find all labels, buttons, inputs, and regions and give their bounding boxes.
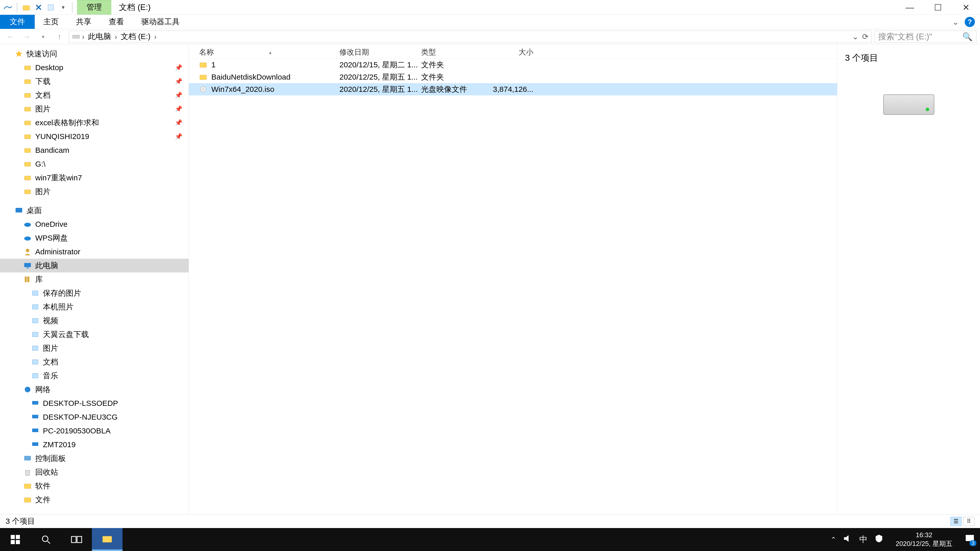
sidebar-recycle-bin[interactable]: 回收站: [0, 465, 189, 479]
tab-view[interactable]: 查看: [100, 15, 133, 29]
folder-icon: [23, 63, 32, 72]
task-view-button[interactable]: [61, 528, 92, 551]
sidebar-network-pc[interactable]: ZMT2019: [0, 438, 189, 451]
chevron-right-icon[interactable]: ›: [82, 32, 84, 41]
item-icon: [23, 220, 32, 229]
sidebar-qa-item[interactable]: excel表格制作求和📌: [0, 116, 189, 130]
sidebar-qa-item[interactable]: 文档📌: [0, 88, 189, 102]
sidebar-item-label: 网络: [35, 384, 51, 395]
breadcrumb-dropdown-icon[interactable]: ⌄: [852, 32, 859, 41]
forward-button[interactable]: →: [20, 30, 34, 43]
sidebar-qa-item[interactable]: G:\: [0, 157, 189, 171]
sidebar-library-item[interactable]: 图片: [0, 341, 189, 355]
tab-manage[interactable]: 管理: [77, 0, 111, 14]
sidebar-library-item[interactable]: 文档: [0, 355, 189, 369]
sidebar-item-label: 本机照片: [43, 302, 73, 312]
sidebar-desktop-item[interactable]: 此电脑: [0, 259, 189, 272]
taskbar-explorer-button[interactable]: [92, 528, 123, 551]
help-icon[interactable]: ?: [965, 17, 975, 27]
breadcrumb-this-pc[interactable]: 此电脑: [86, 32, 113, 42]
maximize-button[interactable]: ☐: [924, 0, 952, 14]
sidebar-network-pc[interactable]: DESKTOP-NJEU3CG: [0, 410, 189, 424]
sidebar-network-pc[interactable]: DESKTOP-LSSOEDP: [0, 396, 189, 410]
chevron-right-icon[interactable]: ›: [115, 32, 117, 41]
up-button[interactable]: ↑: [52, 30, 66, 43]
sidebar-qa-item[interactable]: 图片: [0, 185, 189, 198]
sidebar-control-panel[interactable]: 控制面板: [0, 451, 189, 465]
iso-icon: [199, 85, 207, 94]
sidebar-desktop-root[interactable]: 桌面: [0, 203, 189, 218]
windows-defender-icon[interactable]: [875, 534, 883, 545]
sidebar-qa-item[interactable]: 图片📌: [0, 102, 189, 116]
refresh-icon[interactable]: ⟳: [862, 32, 869, 41]
svg-rect-43: [11, 540, 15, 544]
tray-overflow-icon[interactable]: ⌃: [831, 536, 836, 544]
taskbar-search-button[interactable]: [30, 528, 61, 551]
sidebar-desktop-item[interactable]: OneDrive: [0, 218, 189, 231]
star-icon: [14, 49, 24, 59]
file-row[interactable]: 1 2020/12/15, 星期二 1... 文件夹: [189, 59, 837, 71]
breadcrumb-drive[interactable]: 文档 (E:): [119, 32, 152, 42]
separator: [72, 2, 73, 13]
sidebar-item-label: 图片: [35, 186, 51, 197]
sidebar-desktop-item[interactable]: WPS网盘: [0, 231, 189, 245]
search-input[interactable]: 搜索"文档 (E:)" 🔍: [874, 30, 977, 43]
tab-drive-tools[interactable]: 驱动器工具: [133, 15, 188, 29]
ime-indicator[interactable]: 中: [859, 534, 867, 545]
action-center-button[interactable]: 3: [965, 534, 975, 545]
sidebar-qa-item[interactable]: 下载📌: [0, 75, 189, 88]
sidebar-desktop-item[interactable]: Administrator: [0, 245, 189, 259]
close-x-icon[interactable]: ✕: [34, 3, 43, 12]
volume-icon[interactable]: [843, 535, 852, 545]
sidebar-item-label: 保存的图片: [43, 288, 81, 299]
sidebar-software[interactable]: 软件: [0, 479, 189, 493]
column-name[interactable]: 名称 ▴: [189, 47, 339, 57]
column-size[interactable]: 大小: [490, 47, 533, 57]
taskbar-clock[interactable]: 16:32 2020/12/25, 星期五: [891, 531, 958, 548]
chevron-right-icon[interactable]: ›: [154, 32, 157, 41]
sidebar-desktop-item[interactable]: 库: [0, 272, 189, 286]
minimize-button[interactable]: —: [896, 0, 924, 14]
library-icon: [30, 316, 40, 325]
ribbon-collapse-icon[interactable]: ⌄: [952, 17, 959, 27]
details-view-button[interactable]: ☰: [950, 517, 962, 526]
titlebar: ✕ ▾ 管理 文档 (E:) — ☐ ✕: [0, 0, 980, 15]
tab-share[interactable]: 共享: [67, 15, 100, 29]
breadcrumb[interactable]: › 此电脑 › 文档 (E:) › ⌄ ⟳: [69, 30, 872, 43]
svg-rect-44: [16, 540, 20, 544]
svg-rect-48: [77, 537, 82, 543]
sidebar-qa-item[interactable]: Desktop📌: [0, 61, 189, 75]
sidebar-network-pc[interactable]: PC-20190530OBLA: [0, 424, 189, 438]
start-button[interactable]: [0, 528, 30, 551]
tab-home[interactable]: 主页: [35, 15, 67, 29]
sidebar-network[interactable]: 网络: [0, 383, 189, 396]
svg-rect-13: [24, 190, 30, 194]
sidebar-qa-item[interactable]: Bandicam: [0, 143, 189, 157]
sidebar-library-item[interactable]: 视频: [0, 314, 189, 327]
column-type[interactable]: 类型: [421, 47, 490, 57]
drive-preview-icon: [883, 94, 934, 115]
icons-view-button[interactable]: ⠿: [963, 517, 974, 526]
navigation-bar: ← → ▾ ↑ › 此电脑 › 文档 (E:) › ⌄ ⟳ 搜索"文档 (E:)…: [0, 29, 980, 44]
properties-icon[interactable]: [46, 3, 56, 12]
svg-rect-19: [26, 268, 29, 268]
sidebar-library-item[interactable]: 保存的图片: [0, 286, 189, 300]
sidebar-qa-item[interactable]: YUNQISHI2019📌: [0, 130, 189, 143]
back-button[interactable]: ←: [3, 30, 18, 43]
file-row[interactable]: BaiduNetdiskDownload 2020/12/25, 星期五 1..…: [189, 71, 837, 83]
sidebar-library-item[interactable]: 音乐: [0, 369, 189, 383]
sidebar-library-item[interactable]: 天翼云盘下载: [0, 327, 189, 341]
folder-checked-icon[interactable]: [21, 3, 31, 12]
sidebar-library-item[interactable]: 本机照片: [0, 300, 189, 314]
sidebar-files[interactable]: 文件: [0, 493, 189, 507]
file-row[interactable]: Win7x64_2020.iso 2020/12/25, 星期五 1... 光盘…: [189, 83, 837, 95]
pin-icon: 📌: [175, 105, 183, 113]
close-button[interactable]: ✕: [952, 0, 980, 14]
qat-dropdown-icon[interactable]: ▾: [58, 3, 68, 12]
tab-file[interactable]: 文件: [0, 15, 35, 29]
column-date[interactable]: 修改日期: [339, 47, 421, 57]
sidebar-quick-access[interactable]: 快速访问: [0, 47, 189, 61]
history-dropdown-icon[interactable]: ▾: [36, 30, 50, 43]
sidebar-qa-item[interactable]: win7重装win7: [0, 171, 189, 185]
window-title: 文档 (E:): [111, 0, 158, 14]
